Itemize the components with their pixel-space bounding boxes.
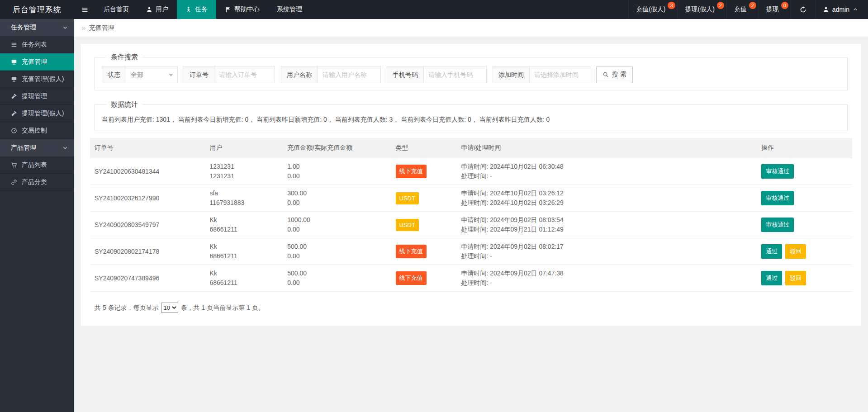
search-form: 状态 全部 订单号 用户名称 手机号码 xyxy=(102,66,840,83)
approve-button[interactable]: 通过 xyxy=(761,271,782,285)
nav-home[interactable]: 后台首页 xyxy=(95,0,138,19)
list-icon xyxy=(11,42,17,48)
approve-button[interactable]: 审核通过 xyxy=(761,164,794,179)
sidebar-item-withdraw-management-fake[interactable]: 提现管理(假人) xyxy=(0,105,74,122)
type-cell: 线下充值 xyxy=(391,158,457,185)
reject-button[interactable]: 驳回 xyxy=(785,244,806,259)
amount-cell: 500.000.00 xyxy=(283,238,391,265)
user-icon xyxy=(823,6,829,13)
orders-table: 订单号 用户 充值金额/实际充值金额 类型 申请/处理时间 操作 SY24100… xyxy=(90,138,852,292)
type-cell: USDT xyxy=(391,212,457,238)
sidebar-item-task-list[interactable]: 任务列表 xyxy=(0,36,74,53)
board-icon xyxy=(11,59,17,65)
actions-cell: 通过驳回 xyxy=(757,238,852,265)
search-icon xyxy=(602,71,609,78)
quick-withdraw-fake[interactable]: 提现(假人) 2 xyxy=(678,0,726,19)
add-time-input[interactable] xyxy=(529,66,590,83)
hammer-icon xyxy=(11,110,17,117)
main-area: » 充值管理 条件搜索 状态 全部 订单号 用户名称 xyxy=(74,19,868,412)
type-cell: USDT xyxy=(391,185,457,212)
sidebar-item-recharge-management-fake[interactable]: 充值管理(假人) xyxy=(0,71,74,88)
page-size-select[interactable]: 10 xyxy=(161,303,178,313)
order-no-input[interactable] xyxy=(214,66,275,83)
sidebar-group-product-management[interactable]: 产品管理 xyxy=(0,139,74,156)
sidebar-item-withdraw-management[interactable]: 提现管理 xyxy=(0,88,74,105)
sidebar: 任务管理 任务列表 充值管理 充值管理(假人) xyxy=(0,19,74,412)
actions-cell: 审核通过 xyxy=(757,158,852,185)
phone-input[interactable] xyxy=(423,66,487,83)
nav-users[interactable]: 用户 xyxy=(138,0,177,19)
quick-recharge-fake[interactable]: 充值(假人) 3 xyxy=(628,0,677,19)
col-type: 类型 xyxy=(391,138,457,158)
user-cell: 12312311231231 xyxy=(205,158,283,185)
stats-legend: 数据统计 xyxy=(106,100,142,109)
search-fieldset: 条件搜索 状态 全部 订单号 用户名称 手机号码 xyxy=(95,53,848,90)
hamburger-icon[interactable] xyxy=(74,0,95,19)
chevron-down-icon xyxy=(62,25,68,30)
sidebar-item-product-list[interactable]: 产品列表 xyxy=(0,156,74,174)
page-title: 充值管理 xyxy=(89,24,114,32)
search-button[interactable]: 搜 索 xyxy=(596,66,633,83)
type-badge: USDT xyxy=(396,192,419,204)
sidebar-item-trade-control[interactable]: 交易控制 xyxy=(0,122,74,139)
count-badge: 0 xyxy=(781,2,788,9)
col-time: 申请/处理时间 xyxy=(456,138,757,158)
type-badge: 线下充值 xyxy=(396,245,427,258)
nav-help-center[interactable]: 帮助中心 xyxy=(216,0,268,19)
time-cell: 申请时间: 2024年09月02日 08:02:17处理时间: - xyxy=(456,238,757,265)
flag-icon xyxy=(225,6,231,13)
user-cell: Kk68661211 xyxy=(205,238,283,265)
sidebar-item-product-category[interactable]: 产品分类 xyxy=(0,174,74,191)
quick-withdraw[interactable]: 提现 0 xyxy=(759,0,791,19)
type-badge: 线下充值 xyxy=(396,165,427,178)
table-row: SY2409020802174178 Kk68661211 500.000.00… xyxy=(90,238,852,265)
user-cell: Kk68661211 xyxy=(205,212,283,238)
quick-recharge[interactable]: 充值 2 xyxy=(726,0,759,19)
count-badge: 3 xyxy=(668,2,675,9)
nav-system[interactable]: 系统管理 xyxy=(268,0,311,19)
time-cell: 申请时间: 2024年09月02日 08:03:54处理时间: 2024年09月… xyxy=(456,212,757,238)
type-cell: 线下充值 xyxy=(391,238,457,265)
type-badge: USDT xyxy=(396,219,419,231)
user-icon xyxy=(146,6,152,13)
breadcrumb: » 充值管理 xyxy=(74,19,868,37)
actions-cell: 审核通过 xyxy=(757,185,852,212)
top-nav: 后台首页 用户 任务 帮助中心 系统管理 xyxy=(95,0,311,19)
user-cell: sfa1167931883 xyxy=(205,185,283,212)
actions-cell: 审核通过 xyxy=(757,212,852,238)
count-badge: 2 xyxy=(717,2,724,9)
pagination-prefix: 共 5 条记录，每页显示 xyxy=(95,304,159,312)
col-amount: 充值金额/实际充值金额 xyxy=(283,138,391,158)
chevron-down-icon xyxy=(62,145,68,151)
col-user: 用户 xyxy=(205,138,283,158)
sidebar-item-recharge-management[interactable]: 充值管理 xyxy=(0,53,74,71)
header-spacer xyxy=(311,0,628,19)
approve-button[interactable]: 通过 xyxy=(761,244,782,259)
table-row: SY2410020630481344 12312311231231 1.000.… xyxy=(90,158,852,185)
time-cell: 申请时间: 2024年10月02日 03:26:12处理时间: 2024年10月… xyxy=(456,185,757,212)
status-select[interactable]: 全部 xyxy=(126,66,178,83)
approve-button[interactable]: 审核通过 xyxy=(761,191,794,205)
amount-cell: 1.000.00 xyxy=(283,158,391,185)
amount-cell: 1000.000.00 xyxy=(283,212,391,238)
approve-button[interactable]: 审核通过 xyxy=(761,218,794,232)
table-row: SY2409020803549797 Kk68661211 1000.000.0… xyxy=(90,212,852,238)
cart-icon xyxy=(11,162,17,168)
amount-cell: 300.000.00 xyxy=(283,185,391,212)
phone-field: 手机号码 xyxy=(387,66,487,83)
nav-tasks[interactable]: 任务 xyxy=(177,0,216,19)
user-name-input[interactable] xyxy=(318,66,381,83)
user-cell: Kk68661211 xyxy=(205,265,283,292)
user-menu[interactable]: admin xyxy=(815,0,868,19)
table-header-row: 订单号 用户 充值金额/实际充值金额 类型 申请/处理时间 操作 xyxy=(90,138,852,158)
sidebar-group-task-management[interactable]: 任务管理 xyxy=(0,19,74,36)
order-no-cell: SY2409020747389496 xyxy=(90,265,205,292)
table-row: SY2409020747389496 Kk68661211 500.000.00… xyxy=(90,265,852,292)
refresh-icon[interactable] xyxy=(791,0,815,19)
count-badge: 2 xyxy=(749,2,756,9)
link-icon xyxy=(11,179,17,185)
reject-button[interactable]: 驳回 xyxy=(785,271,806,285)
amount-cell: 500.000.00 xyxy=(283,265,391,292)
chevron-up-icon xyxy=(853,7,858,12)
add-time-field: 添加时间 xyxy=(493,66,590,83)
